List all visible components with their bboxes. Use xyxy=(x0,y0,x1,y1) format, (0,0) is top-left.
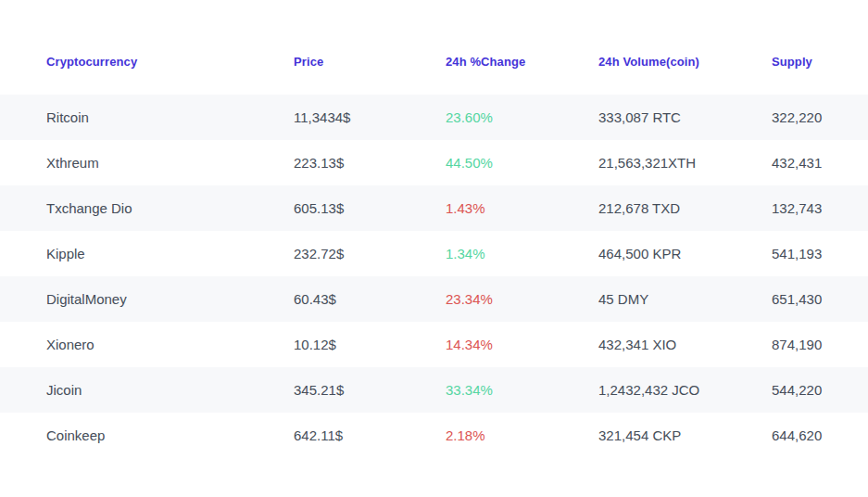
table-row[interactable]: Xionero 10.12$ 14.34% 432,341 XIO 874,19… xyxy=(0,322,868,367)
column-header-cryptocurrency: Cryptocurrency xyxy=(46,55,294,69)
coin-name: Jicoin xyxy=(46,382,294,398)
coin-supply: 544,220 xyxy=(772,382,868,398)
coin-supply: 541,193 xyxy=(772,246,868,261)
column-header-price: Price xyxy=(294,55,446,69)
table-row[interactable]: Xthreum 223.13$ 44.50% 21,563,321XTH 432… xyxy=(0,140,868,185)
coin-name: Ritcoin xyxy=(46,109,294,125)
coin-supply: 651,430 xyxy=(772,291,868,307)
column-header-supply: Supply xyxy=(772,55,868,69)
coin-volume: 21,563,321XTH xyxy=(598,155,772,171)
coin-price: 223.13$ xyxy=(294,155,446,171)
crypto-table: Cryptocurrency Price 24h %Change 24h Vol… xyxy=(0,0,868,458)
coin-name: Xthreum xyxy=(46,155,294,171)
coin-price: 11,3434$ xyxy=(294,109,446,125)
coin-volume: 432,341 XIO xyxy=(598,337,772,352)
coin-price: 345.21$ xyxy=(294,382,446,398)
table-row[interactable]: Ritcoin 11,3434$ 23.60% 333,087 RTC 322,… xyxy=(0,95,868,140)
coin-supply: 644,620 xyxy=(772,427,868,443)
coin-change-pct: 14.34% xyxy=(446,337,598,352)
table-row[interactable]: DigitalMoney 60.43$ 23.34% 45 DMY 651,43… xyxy=(0,276,868,322)
coin-name: Coinkeep xyxy=(46,427,294,443)
coin-volume: 464,500 KPR xyxy=(598,246,772,261)
coin-supply: 132,743 xyxy=(772,200,868,216)
table-row[interactable]: Jicoin 345.21$ 33.34% 1,2432,432 JCO 544… xyxy=(0,367,868,413)
coin-change-pct: 33.34% xyxy=(446,382,598,398)
table-header-row: Cryptocurrency Price 24h %Change 24h Vol… xyxy=(0,54,868,69)
coin-volume: 1,2432,432 JCO xyxy=(598,382,772,398)
coin-supply: 874,190 xyxy=(772,337,868,352)
table-row[interactable]: Txchange Dio 605.13$ 1.43% 212,678 TXD 1… xyxy=(0,185,868,231)
coin-volume: 45 DMY xyxy=(598,291,772,307)
coin-change-pct: 23.60% xyxy=(446,109,598,125)
table-row[interactable]: Coinkeep 642.11$ 2.18% 321,454 CKP 644,6… xyxy=(0,413,868,458)
table-row[interactable]: Kipple 232.72$ 1.34% 464,500 KPR 541,193 xyxy=(0,231,868,276)
coin-price: 605.13$ xyxy=(294,200,446,216)
coin-supply: 432,431 xyxy=(772,155,868,171)
coin-change-pct: 23.34% xyxy=(446,291,598,307)
column-header-change: 24h %Change xyxy=(446,55,598,69)
coin-price: 232.72$ xyxy=(294,246,446,261)
coin-supply: 322,220 xyxy=(772,109,868,125)
coin-volume: 321,454 CKP xyxy=(598,427,772,443)
coin-change-pct: 2.18% xyxy=(446,427,598,443)
coin-volume: 333,087 RTC xyxy=(598,109,772,125)
coin-change-pct: 44.50% xyxy=(446,155,598,171)
coin-price: 642.11$ xyxy=(294,427,446,443)
column-header-volume: 24h Volume(coin) xyxy=(598,55,772,69)
coin-name: DigitalMoney xyxy=(46,291,294,307)
table-body: Ritcoin 11,3434$ 23.60% 333,087 RTC 322,… xyxy=(0,95,868,458)
coin-change-pct: 1.34% xyxy=(446,246,598,261)
coin-change-pct: 1.43% xyxy=(446,200,598,216)
coin-name: Txchange Dio xyxy=(46,200,294,216)
coin-volume: 212,678 TXD xyxy=(598,200,772,216)
coin-name: Xionero xyxy=(46,337,294,352)
coin-price: 10.12$ xyxy=(294,337,446,352)
coin-price: 60.43$ xyxy=(294,291,446,307)
coin-name: Kipple xyxy=(46,246,294,261)
